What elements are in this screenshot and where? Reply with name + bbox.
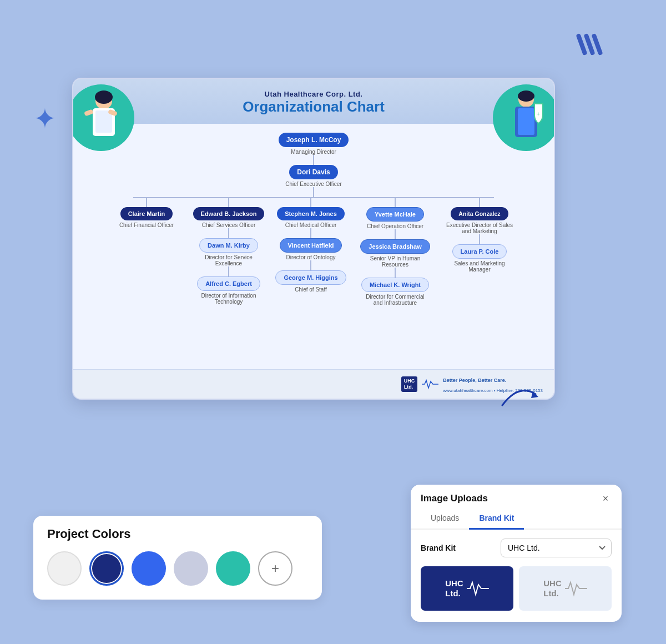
close-button[interactable]: × bbox=[599, 492, 612, 505]
node-laura-cole[interactable]: Laura P. Cole Sales and MarketingManager bbox=[452, 244, 507, 273]
node-michael-wright[interactable]: Michael K. Wright Director for Commercia… bbox=[361, 278, 429, 306]
node-anita-gonzalez[interactable]: Anita Gonzalez Executive Director of Sal… bbox=[446, 207, 513, 234]
node-jessica-bradshaw[interactable]: Jessica Bradshaw Senior VP in HumanResou… bbox=[360, 239, 430, 268]
node-alfred-egbert[interactable]: Alfred C. Egbert Director of Information… bbox=[197, 276, 260, 305]
branch-edward-jackson: Edward B. Jackson Chief Services Officer… bbox=[188, 197, 270, 305]
node-vincent-hatfield[interactable]: Vincent Hatfield Director of Ontology bbox=[280, 238, 342, 260]
slash-decoration bbox=[579, 33, 599, 56]
panel-title: Image Uploads bbox=[421, 493, 488, 504]
tab-brand-kit[interactable]: Brand Kit bbox=[469, 510, 524, 530]
node-edward-jackson[interactable]: Edward B. Jackson Chief Services Officer bbox=[193, 207, 265, 228]
swatch-light-gray[interactable] bbox=[174, 551, 208, 586]
swatch-teal[interactable] bbox=[216, 551, 250, 586]
org-footer: UHCLtd. Better People, Better Care. www.… bbox=[73, 369, 554, 399]
logo-card-light[interactable]: UHCLtd. bbox=[519, 566, 612, 611]
org-header: + Utah Healthcare Corp. Ltd. Organizatio… bbox=[73, 79, 554, 124]
add-color-button[interactable]: + bbox=[258, 551, 292, 586]
svg-point-3 bbox=[95, 90, 113, 104]
node-claire-martin[interactable]: Claire Martin Chief Financial Officer bbox=[119, 207, 174, 228]
node-joseph-mccoy[interactable]: Joseph L. McCoy Managing Director bbox=[279, 133, 349, 155]
node-dori-davis[interactable]: Dori Davis Chief Executive Officer bbox=[285, 165, 342, 187]
branch-anita-gonzalez: Anita Gonzalez Executive Director of Sal… bbox=[438, 197, 521, 273]
svg-rect-4 bbox=[84, 109, 94, 117]
brand-logos: UHCLtd. UHCLtd. bbox=[421, 566, 612, 611]
node-george-higgins[interactable]: George M. Higgins Chief of Staff bbox=[275, 270, 346, 293]
brand-kit-label: Brand Kit bbox=[421, 544, 456, 552]
pulse-icon bbox=[422, 379, 438, 390]
panel-header: Image Uploads × bbox=[411, 485, 622, 505]
project-colors-panel: Project Colors + bbox=[33, 516, 322, 600]
swatch-dark-navy[interactable] bbox=[89, 551, 124, 586]
branch-yvette-mchale: Yvette McHale Chief Operation Officer Je… bbox=[352, 197, 438, 306]
org-chart-body: Joseph L. McCoy Managing Director Dori D… bbox=[73, 124, 554, 311]
color-swatches: + bbox=[47, 551, 308, 586]
node-dawn-kirby[interactable]: Dawn M. Kirby Director for ServiceExcell… bbox=[199, 238, 258, 266]
node-yvette-mchale[interactable]: Yvette McHale Chief Operation Officer bbox=[366, 207, 424, 229]
org-title: Organizational Chart bbox=[84, 98, 543, 115]
org-chart-window: + Utah Healthcare Corp. Ltd. Organizatio… bbox=[72, 78, 555, 400]
swatch-blue[interactable] bbox=[132, 551, 166, 586]
footer-logo: UHCLtd. bbox=[401, 376, 418, 392]
panel-body: Brand Kit UHC Ltd. UHCLtd. UHCLtd. bbox=[411, 530, 622, 622]
node-stephen-jones[interactable]: Stephen M. Jones Chief Medical Officer bbox=[277, 207, 345, 228]
svg-point-9 bbox=[518, 90, 534, 102]
brand-kit-select[interactable]: UHC Ltd. bbox=[501, 539, 612, 557]
project-colors-title: Project Colors bbox=[47, 527, 308, 541]
svg-text:+: + bbox=[537, 111, 540, 117]
swatch-white[interactable] bbox=[47, 551, 82, 586]
logo-card-dark[interactable]: UHCLtd. bbox=[421, 566, 513, 611]
arrow-decoration bbox=[497, 383, 530, 405]
tab-uploads[interactable]: Uploads bbox=[421, 510, 469, 530]
image-uploads-panel: Image Uploads × Uploads Brand Kit Brand … bbox=[411, 485, 622, 622]
branch-stephen-jones: Stephen M. Jones Chief Medical Officer V… bbox=[270, 197, 352, 293]
pulse-light-icon bbox=[565, 580, 587, 597]
star-decoration: ✦ bbox=[33, 103, 57, 135]
panel-tabs: Uploads Brand Kit bbox=[411, 505, 622, 530]
pulse-dark-icon bbox=[467, 580, 489, 597]
branch-claire-martin: Claire Martin Chief Financial Officer bbox=[105, 197, 188, 228]
brand-kit-row: Brand Kit UHC Ltd. bbox=[421, 539, 612, 557]
org-subtitle: Utah Healthcare Corp. Ltd. bbox=[84, 90, 543, 98]
